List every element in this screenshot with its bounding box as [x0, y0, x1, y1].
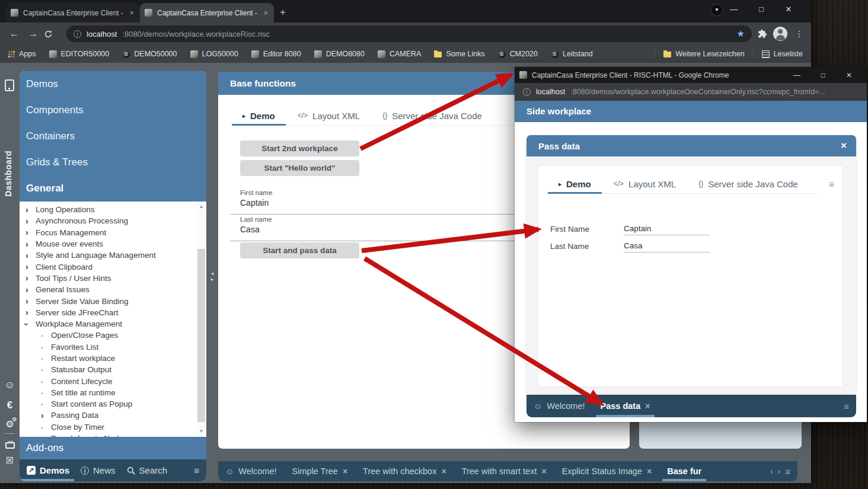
bookmark-folder-item[interactable]: Weitere Lesezeichen — [655, 50, 753, 58]
browser-menu-icon[interactable] — [793, 29, 805, 39]
bookmark-item[interactable]: Leitstand — [551, 50, 593, 58]
gears-icon[interactable] — [0, 418, 20, 430]
bookmark-folder-item[interactable]: Leseliste — [753, 50, 803, 58]
forward-button[interactable] — [25, 28, 42, 39]
tree-item[interactable]: Favorites List — [20, 341, 206, 353]
close-icon[interactable] — [343, 466, 347, 476]
tree-item[interactable]: Client Clipboard — [20, 261, 206, 272]
tree-toggle-icon[interactable] — [41, 377, 51, 386]
tab-close-icon[interactable] — [262, 8, 269, 17]
bookmark-item[interactable]: Editor 8080 — [251, 50, 301, 58]
scroll-up-icon[interactable] — [197, 203, 206, 211]
tab-menu-icon[interactable] — [829, 179, 834, 189]
tree-toggle-icon[interactable] — [41, 343, 51, 351]
tree-item[interactable]: Tool Tips / User Hints — [20, 273, 206, 284]
field-input[interactable]: Casa — [624, 241, 710, 253]
bookmark-item[interactable]: Apps — [8, 50, 36, 58]
sidebar-addons[interactable]: Add-ons — [20, 437, 206, 459]
start-2nd-workplace-button[interactable]: Start 2nd workplace — [240, 140, 359, 156]
bookmark-item[interactable]: LOG50000 — [190, 50, 238, 58]
profile-avatar[interactable] — [773, 27, 787, 41]
tree-toggle-icon[interactable] — [25, 239, 36, 249]
bookmark-item[interactable]: EDITOR50000 — [49, 50, 110, 58]
close-box-icon[interactable] — [0, 455, 20, 466]
tree-item[interactable]: Statusbar Output — [20, 364, 206, 375]
tree-item[interactable]: Start content as Popup — [20, 398, 206, 410]
statusbar-tab[interactable]: Simple Tree — [292, 461, 348, 481]
popup-titlebar[interactable]: CaptainCasa Enterprise Client - RISC-HTM… — [515, 67, 867, 83]
statusbar-menu-icon[interactable] — [844, 401, 849, 411]
maximize-button[interactable]: □ — [810, 71, 836, 79]
start-and-pass-data-button[interactable]: Start and pass data — [240, 242, 359, 258]
address-bar[interactable]: localhost :8080/demos/workplace.workplac… — [66, 25, 752, 42]
demo-tab[interactable]: {} Server side Java Code — [380, 106, 484, 125]
tab-demos[interactable]: Demos — [27, 459, 69, 481]
statusbar-menu-icon[interactable] — [785, 466, 790, 477]
tab-close-icon[interactable] — [128, 8, 135, 17]
scroll-tabs-left-icon[interactable] — [770, 466, 773, 476]
statusbar-tab[interactable]: Tree with smart text — [462, 461, 547, 481]
tree-toggle-icon[interactable] — [41, 354, 51, 363]
tree-toggle-icon[interactable] — [41, 388, 51, 397]
tree-toggle-icon[interactable] — [25, 319, 36, 329]
tree-toggle-icon[interactable] — [25, 216, 36, 226]
close-icon[interactable] — [541, 466, 546, 476]
tree-toggle-icon[interactable] — [25, 251, 36, 260]
demo-tab[interactable]: ▸ Demo — [556, 174, 593, 193]
reload-button[interactable] — [44, 30, 60, 39]
back-button[interactable] — [6, 28, 23, 39]
tree-scrollbar[interactable] — [197, 203, 206, 436]
demo-tab[interactable]: {} Server side Java Code — [696, 174, 800, 193]
statusbar-tab[interactable]: Tree with checkbox — [363, 461, 446, 481]
hamburger-icon[interactable] — [194, 465, 199, 475]
sidebar-nav-item[interactable]: Containers — [20, 123, 206, 149]
bookmark-item[interactable]: CM2020 — [498, 50, 538, 58]
tree-item[interactable]: Style and Language Management — [20, 250, 206, 261]
tree-item[interactable]: Mouse over events — [20, 238, 206, 250]
bookmark-item[interactable]: DEMO8080 — [314, 50, 365, 58]
close-icon[interactable] — [647, 466, 652, 476]
scrollbar-thumb[interactable] — [197, 249, 205, 422]
scroll-down-icon[interactable] — [197, 427, 206, 436]
tab-search[interactable]: Search — [127, 459, 168, 481]
statusbar-tab[interactable]: Base fur — [667, 461, 701, 481]
close-icon[interactable] — [645, 401, 650, 411]
statusbar-tab[interactable]: Welcome! — [534, 395, 585, 417]
tree-toggle-icon[interactable] — [25, 308, 36, 317]
new-tab-button[interactable] — [280, 7, 286, 18]
tree-item[interactable]: Asynchronous Processing — [20, 215, 206, 226]
tree-item[interactable]: Close by Timer — [20, 421, 206, 433]
tree-item[interactable]: Workplace Management — [20, 318, 206, 330]
tree-toggle-icon[interactable] — [41, 331, 51, 340]
extensions-icon[interactable] — [758, 29, 767, 39]
demo-tab[interactable]: </> Layout XML — [295, 106, 362, 125]
bookmark-star-icon[interactable] — [737, 28, 745, 39]
demo-tab[interactable]: ▸ Demo — [240, 106, 277, 125]
tree-toggle-icon[interactable] — [25, 262, 36, 271]
tree-toggle-icon[interactable] — [25, 285, 36, 295]
bookmark-item[interactable]: DEMO50000 — [122, 50, 177, 58]
tree-toggle-icon[interactable] — [41, 365, 51, 374]
tree-item[interactable]: Server Side Value Binding — [20, 295, 206, 306]
field-input[interactable]: Captain — [624, 224, 710, 235]
tree-item[interactable]: Focus Management — [20, 227, 206, 238]
maximize-button[interactable]: □ — [748, 5, 775, 14]
sidebar-nav-item[interactable]: Components — [20, 97, 206, 123]
tree-toggle-icon[interactable] — [25, 205, 36, 215]
bookmark-item[interactable]: CAMERA — [378, 50, 421, 58]
tree-item[interactable]: Passing Data — [20, 410, 206, 421]
tree-toggle-icon[interactable] — [25, 228, 36, 237]
tree-toggle-icon[interactable] — [41, 399, 51, 408]
splitter-handle[interactable]: ◂▸ — [208, 270, 216, 282]
toolbox-icon[interactable] — [5, 442, 15, 449]
minimize-button[interactable]: — — [720, 5, 748, 14]
tree-item[interactable]: Drop Info onto Node — [20, 433, 206, 437]
tree-item[interactable]: Content Lifecycle — [20, 375, 206, 386]
device-icon[interactable] — [5, 79, 14, 91]
demo-tab[interactable]: </> Layout XML — [611, 174, 678, 193]
minimize-button[interactable]: — — [784, 71, 810, 79]
sidebar-nav-item[interactable]: General — [20, 175, 206, 202]
tree-toggle-icon[interactable] — [25, 273, 36, 283]
close-icon[interactable] — [441, 466, 446, 476]
close-icon[interactable] — [841, 140, 847, 152]
